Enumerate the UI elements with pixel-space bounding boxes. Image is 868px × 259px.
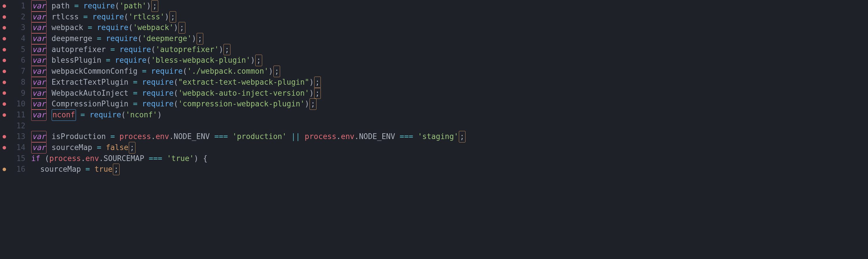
- code-line[interactable]: var path = require('path');: [31, 1, 868, 11]
- code-area[interactable]: var path = require('path');var rtlcss = …: [29, 0, 868, 259]
- code-line[interactable]: sourceMap = true;: [31, 164, 868, 175]
- lint-marker: [0, 110, 9, 120]
- code-editor[interactable]: 12345678910111213141516 var path = requi…: [0, 0, 868, 259]
- code-line[interactable]: var autoprefixer = require('autoprefixer…: [31, 44, 868, 55]
- lint-marker: [0, 98, 9, 110]
- token-box-semi: ;: [310, 98, 316, 110]
- line-number: 5: [9, 44, 29, 55]
- token-str: 'webpack': [133, 22, 174, 33]
- code-line[interactable]: var CompressionPlugin = require('compres…: [31, 98, 868, 110]
- token-func: require: [97, 22, 128, 33]
- token-punc: (: [183, 66, 187, 77]
- token-ident: isProduction: [47, 131, 110, 142]
- token-punc: (: [146, 55, 151, 66]
- token-str: "extract-text-webpack-plugin": [178, 77, 309, 88]
- token-box-semi: ;: [179, 22, 185, 33]
- token-box-semi: ;: [459, 131, 466, 143]
- lint-marker: [0, 33, 9, 44]
- code-line[interactable]: var blessPlugin = require('bless-webpack…: [31, 55, 868, 66]
- code-line[interactable]: if (process.env.SOURCEMAP === 'true') {: [31, 153, 868, 164]
- token-str: 'true': [167, 153, 194, 164]
- token-ident: [79, 1, 84, 11]
- token-op: =: [74, 1, 79, 11]
- token-str: 'webpack-auto-inject-version': [178, 88, 309, 99]
- token-box-semi: ;: [223, 44, 230, 56]
- lint-marker: [0, 142, 9, 153]
- token-box-semi: ;: [314, 77, 321, 88]
- token-punc: .: [354, 131, 359, 142]
- line-number: 8: [9, 77, 29, 88]
- code-line[interactable]: var webpackCommonConfig = require('./web…: [31, 66, 868, 77]
- error-dot-icon: [3, 15, 6, 19]
- token-op: ===: [400, 131, 413, 142]
- code-line[interactable]: var ExtractTextPlugin = require("extract…: [31, 77, 868, 88]
- token-func: require: [115, 55, 147, 66]
- token-box-var: var: [31, 11, 46, 23]
- line-number: 14: [9, 142, 29, 153]
- code-line[interactable]: var webpack = require('webpack');: [31, 22, 868, 33]
- token-op: =: [110, 44, 115, 55]
- token-func: require: [106, 33, 137, 44]
- token-str: 'nconf': [126, 110, 157, 120]
- lint-marker: [0, 55, 9, 66]
- token-ident: ExtractTextPlugin: [47, 77, 133, 88]
- token-str: 'production': [232, 131, 287, 142]
- token-box-var: var: [31, 33, 46, 45]
- code-line[interactable]: var isProduction = process.env.NODE_ENV …: [31, 131, 868, 142]
- token-func: require: [119, 44, 151, 55]
- code-line[interactable]: [31, 120, 868, 132]
- lint-marker: [0, 77, 9, 88]
- token-op: =: [86, 164, 90, 175]
- token-box-var: var: [31, 44, 46, 56]
- token-ident: [76, 110, 81, 120]
- token-prop: process: [119, 131, 151, 142]
- token-prop: env: [156, 131, 169, 142]
- token-ident: [413, 131, 418, 142]
- token-box-semi: ;: [113, 164, 120, 175]
- lint-marker: [0, 66, 9, 77]
- token-ident: [92, 22, 97, 33]
- token-str: 'path': [119, 1, 146, 11]
- token-punc: ): [309, 77, 314, 88]
- error-dot-icon: [3, 48, 6, 52]
- token-ident: NODE_ENV: [174, 131, 214, 142]
- code-line[interactable]: var nconf = require('nconf'): [31, 110, 868, 120]
- token-str: 'autoprefixer': [156, 44, 219, 55]
- code-line[interactable]: var WebpackAutoInject = require('webpack…: [31, 88, 868, 99]
- token-box-var: var: [31, 77, 46, 88]
- token-punc: ): [305, 98, 309, 110]
- line-number: 9: [9, 88, 29, 99]
- token-op: =: [142, 66, 147, 77]
- code-line[interactable]: var sourceMap = false;: [31, 142, 868, 153]
- token-punc: .: [169, 131, 174, 142]
- token-ident: [85, 110, 90, 120]
- token-box-var: var: [31, 55, 46, 66]
- token-op: =: [133, 88, 137, 99]
- token-box-var: var: [31, 142, 46, 153]
- lint-marker: [0, 153, 9, 164]
- token-prop: process: [305, 131, 336, 142]
- warning-dot-icon: [3, 168, 6, 171]
- line-number: 4: [9, 33, 29, 44]
- line-number: 6: [9, 55, 29, 66]
- lint-marker: [0, 1, 9, 11]
- token-op: ===: [214, 131, 228, 142]
- token-box-semi: ;: [197, 33, 204, 45]
- token-punc: ): [192, 33, 196, 44]
- token-ident: [40, 153, 45, 164]
- error-dot-icon: [3, 81, 6, 84]
- token-op: =: [83, 11, 88, 23]
- error-dot-icon: [3, 91, 6, 95]
- token-ident: [47, 110, 52, 120]
- code-line[interactable]: var rtlcss = require('rtlcss');: [31, 11, 868, 23]
- token-ident: [137, 77, 142, 88]
- token-ident: [110, 55, 115, 66]
- token-ident: [115, 44, 120, 55]
- line-number: 1: [9, 1, 29, 11]
- error-dot-icon: [3, 59, 6, 62]
- code-line[interactable]: var deepmerge = require('deepmerge');: [31, 33, 868, 44]
- token-box-nconf: nconf: [52, 109, 76, 121]
- token-ident: SOURCEMAP: [103, 153, 149, 164]
- token-box-semi: ;: [169, 11, 177, 23]
- error-dot-icon: [3, 26, 6, 29]
